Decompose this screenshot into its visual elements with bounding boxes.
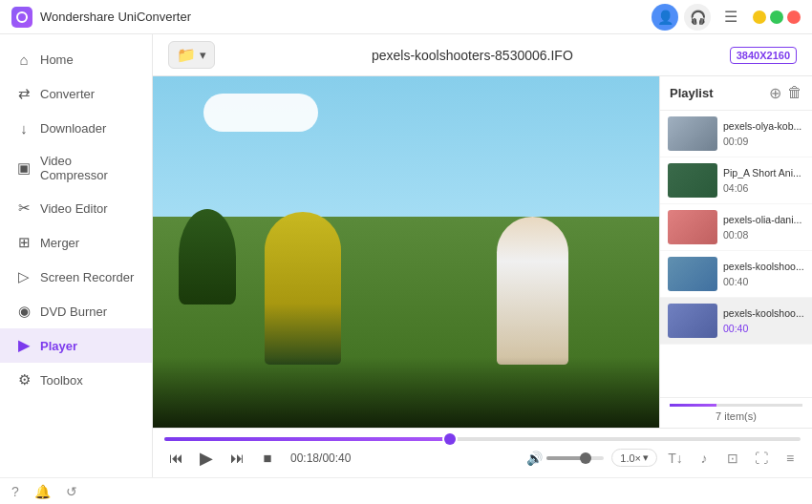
volume-thumb xyxy=(580,452,591,464)
playlist-thumb-4 xyxy=(668,257,717,291)
dvd-burner-icon: ◉ xyxy=(15,303,32,320)
toolbox-icon: ⚙ xyxy=(15,371,32,388)
time-display: 00:18/00:40 xyxy=(290,452,351,465)
help-icon[interactable]: ? xyxy=(11,484,19,499)
screenshot-button[interactable]: ⊡ xyxy=(722,448,743,469)
progress-thumb xyxy=(444,433,456,445)
rewind-button[interactable]: ⏮ xyxy=(164,447,187,470)
playlist-item-name-1: pexels-olya-kob... xyxy=(723,120,804,134)
playlist-title: Playlist xyxy=(670,86,714,100)
playlist-add-button[interactable]: ⊕ xyxy=(769,84,781,102)
person1-element xyxy=(265,212,341,365)
playlist-item-info-4: pexels-koolshoo... 00:40 xyxy=(723,261,804,287)
sidebar-item-video-editor[interactable]: ✂ Video Editor xyxy=(0,191,152,225)
playlist-delete-button[interactable]: 🗑 xyxy=(787,84,802,102)
playlist-thumb-3 xyxy=(668,210,717,244)
playlist-thumb-5 xyxy=(668,304,717,338)
sidebar-item-merger[interactable]: ⊞ Merger xyxy=(0,225,152,260)
sync-icon[interactable]: ↺ xyxy=(66,484,77,499)
video-editor-icon: ✂ xyxy=(15,200,32,217)
playlist-footer: 7 item(s) xyxy=(660,397,812,428)
hamburger-icon[interactable]: ☰ xyxy=(724,8,737,26)
playlist-panel: Playlist ⊕ 🗑 pexels-olya-kob... 00:09 xyxy=(659,76,812,428)
filename-label: pexels-koolshooters-8530006.IFO xyxy=(226,48,718,63)
playlist-item-duration-5: 00:40 xyxy=(723,323,804,334)
playlist-header: Playlist ⊕ 🗑 xyxy=(660,76,812,111)
player-toolbar: 📁 ▾ pexels-koolshooters-8530006.IFO 3840… xyxy=(153,34,812,76)
screen-recorder-icon: ▷ xyxy=(15,268,32,285)
volume-fill xyxy=(546,456,587,460)
playlist-item-1[interactable]: pexels-olya-kob... 00:09 xyxy=(660,111,812,158)
playlist-item-5[interactable]: pexels-koolshoo... 00:40 xyxy=(660,298,812,345)
playlist-thumb-2 xyxy=(668,163,717,198)
logo-inner xyxy=(16,11,28,23)
playlist-item-duration-2: 04:06 xyxy=(723,182,804,194)
dark-overlay xyxy=(153,357,659,428)
speed-button[interactable]: 1.0× ▾ xyxy=(611,449,657,467)
sidebar-item-home[interactable]: ⌂ Home xyxy=(0,42,152,76)
playlist-thumb-1 xyxy=(668,116,717,151)
audio-button[interactable]: ♪ xyxy=(694,448,715,469)
fullscreen-button[interactable]: ⛶ xyxy=(751,448,772,469)
sidebar-item-player[interactable]: ▶ Player xyxy=(0,328,152,363)
video-scene xyxy=(153,76,659,428)
progress-bar[interactable] xyxy=(164,437,801,441)
video-compressor-icon: ▣ xyxy=(15,159,32,177)
tree-element xyxy=(179,209,236,304)
headphone-icon-btn[interactable]: 🎧 xyxy=(684,4,711,31)
sidebar-label-dvd-burner: DVD Burner xyxy=(40,304,107,319)
status-bar: ? 🔔 ↺ xyxy=(0,477,812,504)
stop-button[interactable]: ■ xyxy=(256,447,279,470)
play-button[interactable]: ▶ xyxy=(195,447,218,470)
playlist-item-4[interactable]: pexels-koolshoo... 00:40 xyxy=(660,251,812,298)
converter-icon: ⇄ xyxy=(15,85,32,102)
sidebar-item-toolbox[interactable]: ⚙ Toolbox xyxy=(0,363,152,397)
time-current: 00:18 xyxy=(290,452,319,465)
app-title: Wondershare UniConverter xyxy=(40,10,652,24)
playlist-item-name-4: pexels-koolshoo... xyxy=(723,261,804,274)
speed-label: 1.0× xyxy=(620,452,641,464)
sidebar-label-player: Player xyxy=(40,339,77,353)
playlist-item-2[interactable]: Pip_A Short Ani... 04:06 xyxy=(660,158,812,204)
sidebar-label-toolbox: Toolbox xyxy=(40,373,83,388)
maximize-button[interactable]: □ xyxy=(770,10,783,24)
volume-icon[interactable]: 🔊 xyxy=(526,451,543,466)
playlist-item-name-5: pexels-koolshoo... xyxy=(723,307,804,321)
sidebar-label-video-editor: Video Editor xyxy=(40,201,108,216)
sidebar-item-downloader[interactable]: ↓ Downloader xyxy=(0,111,152,145)
playlist-item-info-1: pexels-olya-kob... 00:09 xyxy=(723,120,804,147)
caption-button[interactable]: T↓ xyxy=(665,448,686,469)
sidebar-item-dvd-burner[interactable]: ◉ DVD Burner xyxy=(0,294,152,328)
clouds-element xyxy=(203,94,318,132)
step-forward-button[interactable]: ⏭ xyxy=(225,447,248,470)
user-icon-btn[interactable]: 👤 xyxy=(652,4,678,31)
more-menu-button[interactable]: ≡ xyxy=(780,448,801,469)
playlist-progress-fill xyxy=(670,404,716,407)
player-icon: ▶ xyxy=(15,337,32,354)
app-logo xyxy=(11,7,32,28)
sidebar-label-home: Home xyxy=(40,52,74,67)
main-layout: ⌂ Home ⇄ Converter ↓ Downloader ▣ Video … xyxy=(0,34,812,477)
sidebar-item-converter[interactable]: ⇄ Converter xyxy=(0,76,152,111)
add-file-button[interactable]: 📁 ▾ xyxy=(168,41,215,69)
merger-icon: ⊞ xyxy=(15,234,32,251)
content-area: 📁 ▾ pexels-koolshooters-8530006.IFO 3840… xyxy=(153,34,812,477)
playlist-actions: ⊕ 🗑 xyxy=(769,84,802,102)
player-controls: ⏮ ▶ ⏭ ■ 00:18/00:40 🔊 1.0× xyxy=(153,428,812,477)
video-player[interactable]: ‹ xyxy=(153,76,659,428)
sidebar-label-converter: Converter xyxy=(40,87,95,101)
volume-slider[interactable] xyxy=(546,456,604,460)
notification-icon[interactable]: 🔔 xyxy=(34,484,51,499)
resolution-badge: 3840X2160 xyxy=(730,47,797,64)
minimize-button[interactable]: ─ xyxy=(753,10,766,24)
progress-fill xyxy=(164,437,451,441)
sidebar-item-screen-recorder[interactable]: ▷ Screen Recorder xyxy=(0,260,152,294)
playlist-item-count: 7 item(s) xyxy=(716,410,757,422)
controls-row: ⏮ ▶ ⏭ ■ 00:18/00:40 🔊 1.0× xyxy=(164,447,801,470)
playlist-item-duration-3: 00:08 xyxy=(723,229,804,241)
close-button[interactable]: ✕ xyxy=(787,10,801,24)
video-background xyxy=(153,76,659,428)
sidebar-item-video-compressor[interactable]: ▣ Video Compressor xyxy=(0,145,152,191)
window-controls: ─ □ ✕ xyxy=(753,10,801,24)
playlist-item-3[interactable]: pexels-olia-dani... 00:08 xyxy=(660,204,812,251)
